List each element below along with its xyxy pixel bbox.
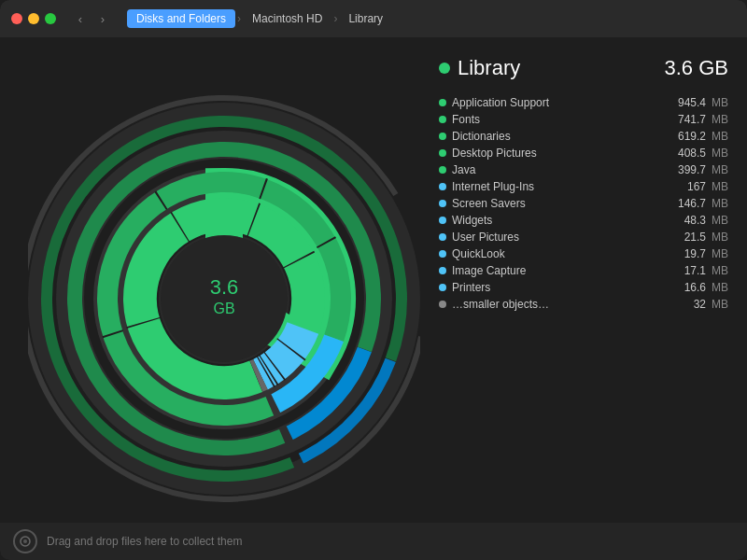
disk-chart: 3.6 GB xyxy=(28,56,420,504)
item-value: 167 xyxy=(664,180,706,193)
list-item[interactable]: User Pictures 21.5 MB xyxy=(439,230,728,245)
item-dot xyxy=(439,166,446,174)
item-unit: MB xyxy=(710,231,728,244)
breadcrumb-disks-and-folders[interactable]: Disks and Folders xyxy=(127,9,235,28)
svg-point-30 xyxy=(23,539,27,543)
titlebar: ‹ › Disks and Folders › Macintosh HD › L… xyxy=(0,0,747,37)
item-unit: MB xyxy=(710,96,728,109)
item-dot xyxy=(439,233,446,241)
info-header: Library 3.6 GB xyxy=(439,56,728,80)
maximize-button[interactable] xyxy=(45,13,56,24)
breadcrumb-macintosh-hd[interactable]: Macintosh HD xyxy=(243,9,331,28)
item-name: Printers xyxy=(452,281,664,294)
library-name: Library xyxy=(458,56,520,80)
item-unit: MB xyxy=(710,214,728,227)
forward-button[interactable]: › xyxy=(93,9,112,28)
info-title: Library xyxy=(439,56,520,80)
list-item[interactable]: QuickLook 19.7 MB xyxy=(439,246,728,261)
item-name: Dictionaries xyxy=(452,130,664,143)
item-unit: MB xyxy=(710,113,728,126)
list-item[interactable]: Desktop Pictures 408.5 MB xyxy=(439,146,728,161)
item-value: 619.2 xyxy=(664,130,706,143)
item-name: QuickLook xyxy=(452,247,664,260)
close-button[interactable] xyxy=(11,13,22,24)
main-content: 3.6 GB xyxy=(0,37,747,523)
nav-arrows: ‹ › xyxy=(71,9,112,28)
list-item[interactable]: Internet Plug-Ins 167 MB xyxy=(439,179,728,194)
item-unit: MB xyxy=(710,163,728,176)
library-dot xyxy=(439,63,450,74)
minimize-button[interactable] xyxy=(28,13,39,24)
list-item[interactable]: Java 399.7 MB xyxy=(439,162,728,177)
item-value: 408.5 xyxy=(664,147,706,160)
item-dot xyxy=(439,116,446,123)
list-item[interactable]: Dictionaries 619.2 MB xyxy=(439,129,728,144)
breadcrumb-library[interactable]: Library xyxy=(339,9,392,28)
traffic-lights xyxy=(11,13,56,24)
list-item[interactable]: Screen Savers 146.7 MB xyxy=(439,196,728,211)
svg-text:3.6: 3.6 xyxy=(210,275,239,299)
back-button[interactable]: ‹ xyxy=(71,9,90,28)
item-value: 21.5 xyxy=(664,231,706,244)
item-dot xyxy=(439,99,446,106)
breadcrumb-sep-1: › xyxy=(237,12,241,25)
item-dot xyxy=(439,183,446,190)
item-list: Application Support 945.4 MB Fonts 741.7… xyxy=(439,95,728,312)
item-value: 48.3 xyxy=(664,214,706,227)
chart-area: 3.6 GB xyxy=(9,47,439,513)
list-item[interactable]: Application Support 945.4 MB xyxy=(439,95,728,110)
item-dot xyxy=(439,284,446,291)
item-dot xyxy=(439,217,446,224)
item-value: 146.7 xyxy=(664,197,706,210)
item-dot xyxy=(439,250,446,258)
item-value: 17.1 xyxy=(664,264,706,277)
item-name: Desktop Pictures xyxy=(452,147,664,160)
item-unit: MB xyxy=(710,281,728,294)
item-unit: MB xyxy=(710,197,728,210)
svg-point-26 xyxy=(161,235,288,362)
item-name: Image Capture xyxy=(452,264,664,277)
item-unit: MB xyxy=(710,180,728,193)
item-value: 16.6 xyxy=(664,281,706,294)
item-name: Fonts xyxy=(452,113,664,126)
item-dot xyxy=(439,267,446,274)
item-name: Screen Savers xyxy=(452,197,664,210)
list-item[interactable]: Fonts 741.7 MB xyxy=(439,112,728,127)
bottombar: Drag and drop files here to collect them xyxy=(0,523,747,560)
list-item[interactable]: …smaller objects… 32 MB xyxy=(439,297,728,312)
item-dot xyxy=(439,133,446,140)
item-name: Application Support xyxy=(452,96,664,109)
item-name: User Pictures xyxy=(452,231,664,244)
item-unit: MB xyxy=(710,264,728,277)
item-unit: MB xyxy=(710,247,728,260)
item-value: 399.7 xyxy=(664,163,706,176)
bottombar-hint: Drag and drop files here to collect them xyxy=(47,535,242,548)
library-total-size: 3.6 GB xyxy=(665,56,728,80)
svg-text:GB: GB xyxy=(213,301,234,316)
list-item[interactable]: Widgets 48.3 MB xyxy=(439,213,728,228)
item-unit: MB xyxy=(710,298,728,311)
item-value: 741.7 xyxy=(664,113,706,126)
item-unit: MB xyxy=(710,130,728,143)
item-name: Widgets xyxy=(452,214,664,227)
item-value: 32 xyxy=(664,298,706,311)
item-value: 19.7 xyxy=(664,247,706,260)
item-unit: MB xyxy=(710,147,728,160)
item-dot xyxy=(439,149,446,157)
list-item[interactable]: Image Capture 17.1 MB xyxy=(439,263,728,278)
breadcrumb-sep-2: › xyxy=(333,12,337,25)
item-name: Internet Plug-Ins xyxy=(452,180,664,193)
item-name: …smaller objects… xyxy=(452,298,664,311)
item-name: Java xyxy=(452,163,664,176)
item-dot xyxy=(439,200,446,207)
breadcrumb: Disks and Folders › Macintosh HD › Libra… xyxy=(127,9,392,28)
item-dot xyxy=(439,301,446,308)
list-item[interactable]: Printers 16.6 MB xyxy=(439,280,728,295)
collect-icon[interactable] xyxy=(13,529,37,553)
info-panel: Library 3.6 GB Application Support 945.4… xyxy=(439,47,738,513)
item-value: 945.4 xyxy=(664,96,706,109)
